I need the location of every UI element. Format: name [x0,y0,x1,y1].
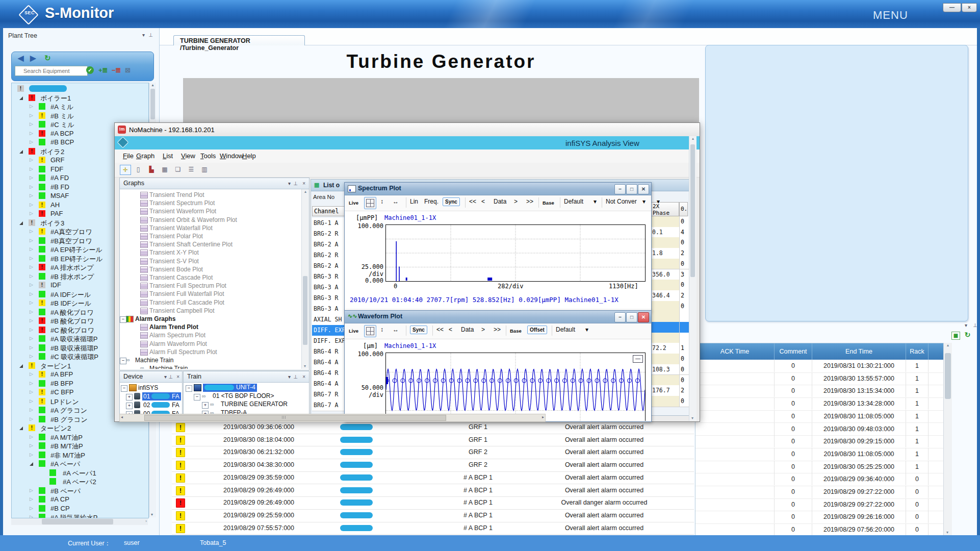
export-icon[interactable]: ▦ [951,332,960,340]
waveform-window-title-bar[interactable]: ∿∿ Waveform Plot – □ ✕ [345,311,651,323]
tree-item[interactable]: ▷#A CP [12,495,148,504]
channel-row[interactable]: BRG-4 R [312,368,346,379]
tree-item[interactable]: !タービン2 [12,423,148,433]
channel-row[interactable]: BRG-7 R [312,389,346,400]
phase-n-cell[interactable]: 0 [679,396,689,407]
dropdown-arrow-icon[interactable]: ▾ [594,198,597,205]
nomachine-title-bar[interactable]: !m NoMachine - 192.168.10.201 [115,123,700,137]
ack-table-row[interactable]: 02019/08/30 09:29:15:0001 [695,435,944,448]
graph-tree-item[interactable]: Transient Trend Plot [120,191,300,199]
phase-n-cell[interactable] [679,333,689,344]
tree-item[interactable]: ▷!#B ミル [12,111,148,120]
pin-icon[interactable]: ⊥ [293,181,298,186]
graph-tree-item[interactable]: Transient Polar Plot [120,232,300,240]
tree-item[interactable]: ▷#B ベーパ [12,486,148,495]
expander-closed-icon[interactable]: ▷ [30,121,33,127]
menu-file[interactable]: File [123,152,134,160]
channel-row[interactable]: BRG-4 A [312,379,346,390]
cascade-icon[interactable]: ❏ [173,165,183,174]
phase-col2-header[interactable]: 0. [679,202,688,216]
expander-plus-icon[interactable]: + [126,394,133,400]
tree-item[interactable]: ▷#B CP [12,504,148,513]
phase-n-cell[interactable]: 0 [679,354,689,365]
expander-closed-icon[interactable]: ▷ [30,256,33,261]
expander-open-icon[interactable] [19,427,23,430]
tree-item[interactable]: ▷#非 M/T油P [12,450,148,460]
nav-data[interactable]: Data [461,326,474,333]
phase-value-cell[interactable] [651,322,679,333]
scale-vertical-button[interactable]: ↕ [380,198,383,205]
channel-row[interactable]: BRG-3 R [312,271,346,283]
menu-button[interactable]: MENU [873,9,908,22]
sync-button[interactable]: Sync [443,197,460,206]
graph-tree-item[interactable]: Transient X-Y Plot [120,248,300,257]
expander-closed-icon[interactable]: ▷ [30,157,33,162]
phase-n-cell[interactable]: 1 [679,343,689,354]
phase-n-cell[interactable]: 0 [679,280,689,291]
menu-window[interactable]: Window [220,152,243,160]
expander-closed-icon[interactable]: ▷ [30,282,33,287]
close-icon[interactable]: ✕ [638,312,649,322]
expander-open-icon[interactable] [19,96,23,100]
graph-tree-item[interactable]: Transient Full Spectrum Plot [120,282,300,290]
convert-select[interactable]: Not Conver [606,198,637,205]
graph-tree-item[interactable]: Alarm Full Spectrum Plot [120,348,300,356]
phase-n-cell[interactable]: 2 [679,248,689,259]
expander-closed-icon[interactable]: ▷ [30,354,33,359]
nav-prev-fast[interactable]: << [469,198,476,205]
expander-closed-icon[interactable]: ▷ [30,184,33,189]
channel-row[interactable]: BRG-3 A [312,282,346,293]
phase-value-cell[interactable] [651,259,679,270]
pin-icon[interactable]: ⊥ [168,374,173,380]
graph-tree-item[interactable]: Transient Orbit & Waveform Plot [120,216,300,224]
ack-header-end-time[interactable]: End Time [812,343,906,360]
expander-closed-icon[interactable]: ▷ [30,291,33,296]
channel-row[interactable]: DIFF. EXP [312,325,346,336]
phase-value-cell[interactable]: 0.1 [651,227,679,238]
expander-closed-icon[interactable]: ▷ [30,229,33,234]
base-button[interactable]: Base [543,200,554,206]
graph-tree-item[interactable]: Transient Shaft Centerline Plot [120,240,300,248]
channel-row[interactable]: BRG-4 A [312,357,346,368]
plant-tree-horizontal-scrollbar[interactable]: › [11,518,148,525]
alarm-row[interactable]: !2019/08/29 09:25:59:000# A BCP 1Overall… [172,509,694,522]
expander-closed-icon[interactable]: ▷ [30,264,33,269]
maximize-icon[interactable]: □ [626,184,637,194]
refresh-icon[interactable]: ↻ [964,332,971,339]
expander-closed-icon[interactable]: ▷ [30,496,33,502]
graph-tree-item[interactable]: ∞Machine Train [120,364,300,369]
expander-closed-icon[interactable]: ▷ [30,166,33,171]
graph-tree-item[interactable]: Transient Spectrum Plot [120,199,300,207]
expander-closed-icon[interactable]: ▷ [30,434,33,439]
channel-column-header[interactable]: Channel [312,206,346,216]
train-item[interactable]: +∞TURBINE GENERATOR [184,400,309,409]
tree-item[interactable]: ▷#A M/T油P [12,433,148,442]
alarm-row[interactable]: !2019/08/29 07:55:57:000# A BCP 1Overall… [172,522,694,535]
graph-tree-item[interactable]: Alarm Waveform Plot [120,340,300,348]
alarm-row[interactable]: !2019/08/29 09:35:59:000# A BCP 1Overall… [172,471,694,485]
expander-minus-icon[interactable]: − [194,394,200,400]
chevron-down-icon[interactable]: ▾ [164,374,167,380]
close-icon[interactable]: × [302,181,305,186]
alarm-row[interactable]: !2019/08/30 08:18:04:000GRF 1Overall ale… [172,434,694,447]
phase-column-header[interactable]: 2X Phase deg. [651,202,679,216]
phase-n-cell[interactable] [679,311,689,322]
alarm-row[interactable]: !2019/08/30 04:38:30:000GRF 2Overall ale… [172,459,694,472]
list-view-icon[interactable]: ☰ [186,165,196,174]
tree-item[interactable]: ▷#A ミル [12,102,148,111]
columns-icon[interactable]: ▥ [199,165,210,174]
grid-layout-button[interactable] [364,325,376,337]
graph-tree-item[interactable]: Transient Waveform Plot [120,207,300,215]
graph-tree-item[interactable]: Transient Full Waterfall Plot [120,290,300,298]
channel-row[interactable]: BRG-2 R [312,250,346,261]
train-item-label-box[interactable]: UNIT-4 [203,384,257,392]
maximize-icon[interactable]: □ [626,312,637,322]
expander-closed-icon[interactable]: ▷ [30,488,33,493]
expander-closed-icon[interactable]: ▷ [30,318,33,323]
train-item-label-box[interactable]: 01 <TG BOP FLOOR> [211,392,276,400]
close-icon[interactable]: × [302,374,305,380]
phase-value-cell[interactable] [651,333,679,344]
phase-value-cell[interactable]: 356.0 [651,269,679,281]
refresh-icon[interactable]: ↻ [44,54,51,63]
expander-closed-icon[interactable]: ▷ [30,246,33,252]
